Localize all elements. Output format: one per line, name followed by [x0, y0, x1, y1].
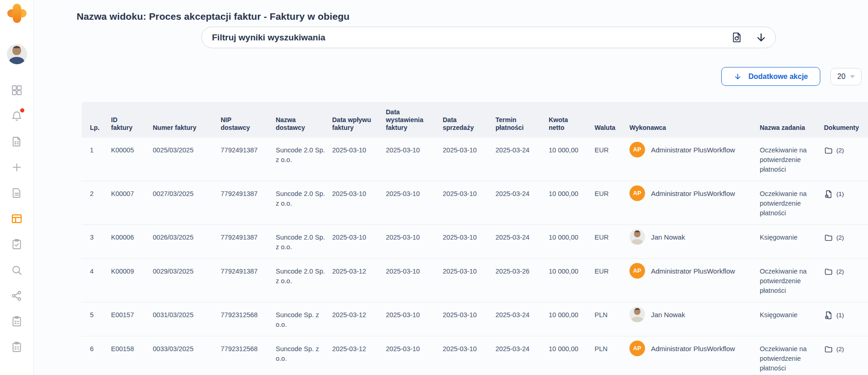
cell-sale-date: 2025-03-10: [443, 138, 495, 181]
cell-task-name: Oczekiwanie na potwierdzenie płatności: [760, 259, 824, 302]
search-icon: [11, 264, 23, 276]
filter-bar: [201, 27, 776, 48]
sidebar-item-dashboard[interactable]: [11, 84, 23, 96]
page-title: Nazwa widoku: Proces akceptacji faktur -…: [77, 11, 868, 22]
cell-supplier: Suncode Sp. z o.o.: [276, 302, 332, 336]
executor-initials-avatar: AP: [629, 142, 645, 157]
cell-receipt-date: 2025-03-10: [332, 138, 386, 181]
cell-sale-date: 2025-03-10: [443, 336, 495, 375]
column-header: Termin płatności: [495, 102, 549, 138]
filter-input[interactable]: [212, 33, 731, 43]
cell-currency: EUR: [595, 225, 629, 259]
sidebar-item-share[interactable]: [11, 289, 23, 302]
cell-nip: 7792491387: [221, 138, 276, 181]
cell-supplier: Suncode 2.0 Sp. z o.o.: [276, 225, 332, 259]
clipboard-check-icon: [11, 238, 23, 251]
sidebar-item-archive-1[interactable]: [11, 315, 23, 328]
cell-invoice-id: K00005: [111, 138, 153, 181]
plusworkflow-logo[interactable]: [7, 4, 27, 23]
cell-currency: EUR: [595, 259, 629, 302]
cell-invoice-id: K00006: [111, 225, 153, 259]
cell-due-date: 2025-03-26: [495, 259, 549, 302]
cell-documents[interactable]: (2): [824, 259, 868, 302]
cell-lp: 2: [82, 181, 111, 225]
sidebar-item-notifications[interactable]: [11, 109, 23, 122]
documents-count: (2): [836, 146, 844, 155]
cell-task-name: Oczekiwanie na potwierdzenie płatności: [760, 138, 824, 181]
cell-invoice-id: K00007: [111, 181, 153, 225]
cell-net-amount: 10 000,00: [549, 181, 595, 225]
cell-net-amount: 10 000,00: [549, 225, 595, 259]
executor-name: Administrator PlusWorkflow: [651, 189, 735, 198]
cell-lp: 6: [82, 336, 111, 375]
cell-lp: 1: [82, 138, 111, 181]
task-document-icon: [11, 135, 23, 148]
cell-task-name: Oczekiwanie na potwierdzenie płatności: [760, 181, 824, 225]
cell-executor: AP Administrator PlusWorkflow: [629, 138, 760, 181]
page-size-value: 20: [837, 73, 846, 81]
cell-currency: EUR: [595, 138, 629, 181]
cell-supplier: Suncode 2.0 Sp. z o.o.: [276, 259, 332, 302]
cell-due-date: 2025-03-24: [495, 336, 549, 375]
user-avatar[interactable]: [7, 44, 27, 64]
executor-photo-avatar: [629, 229, 645, 245]
column-header: Data wpływu faktury: [332, 102, 386, 138]
dashboard-grid-icon: [11, 84, 23, 96]
column-header: Lp.: [82, 102, 111, 138]
table-row[interactable]: 2 K00007 0027/03/2025 7792491387 Suncode…: [82, 181, 868, 225]
cell-lp: 3: [82, 225, 111, 259]
table-row[interactable]: 1 K00005 0025/03/2025 7792491387 Suncode…: [82, 138, 868, 181]
cell-due-date: 2025-03-24: [495, 138, 549, 181]
cell-task-name: Oczekiwanie na potwierdzenie płatności: [760, 336, 824, 375]
sidebar-item-search[interactable]: [11, 263, 23, 276]
column-header: ID faktury: [111, 102, 153, 138]
table-row[interactable]: 6 E00158 0033/03/2025 7792312568 Suncode…: [82, 336, 868, 375]
page-size-select[interactable]: 20: [830, 68, 862, 85]
cell-receipt-date: 2025-03-12: [332, 336, 386, 375]
sidebar-item-documents[interactable]: [11, 186, 23, 199]
cell-receipt-date: 2025-03-12: [332, 259, 386, 302]
document-refresh-icon[interactable]: [731, 31, 743, 44]
sidebar-item-archive-2[interactable]: [11, 341, 23, 353]
cell-invoice-number: 0025/03/2025: [153, 138, 221, 181]
plus-icon: [11, 161, 23, 174]
more-actions-button[interactable]: Dodatkowe akcje: [721, 67, 820, 86]
cell-documents[interactable]: (2): [824, 138, 868, 181]
sidebar-item-views[interactable]: [11, 212, 23, 225]
table-row[interactable]: 4 K00009 0029/03/2025 7792491387 Suncode…: [82, 259, 868, 302]
column-header: Wykonawca: [629, 102, 760, 138]
sidebar-item-tasks[interactable]: [11, 238, 23, 251]
executor-name: Administrator PlusWorkflow: [651, 344, 735, 353]
executor-name: Administrator PlusWorkflow: [651, 145, 735, 155]
cell-receipt-date: 2025-03-10: [332, 181, 386, 225]
table-row[interactable]: 3 K00006 0026/03/2025 7792491387 Suncode…: [82, 225, 868, 259]
cell-executor: AP Administrator PlusWorkflow: [629, 259, 760, 302]
notification-badge: [20, 108, 24, 112]
arrow-down-icon[interactable]: [755, 32, 767, 44]
folder-icon: [824, 233, 833, 242]
cell-nip: 7792491387: [221, 225, 276, 259]
cell-executor: AP Administrator PlusWorkflow: [629, 336, 760, 375]
cell-task-name: Księgowanie: [760, 302, 824, 336]
cell-supplier: Suncode Sp. z o.o.: [276, 336, 332, 375]
cell-issue-date: 2025-03-10: [386, 336, 443, 375]
cell-currency: EUR: [595, 181, 629, 225]
cell-invoice-number: 0029/03/2025: [153, 259, 221, 302]
column-header: Waluta: [595, 102, 629, 138]
cell-task-name: Księgowanie: [760, 225, 824, 259]
column-header: Nazwa zadania: [760, 102, 824, 138]
invoice-table: Lp.ID fakturyNumer fakturyNIP dostawcyNa…: [82, 102, 863, 375]
sidebar-item-task-document[interactable]: [11, 135, 23, 148]
cell-supplier: Suncode 2.0 Sp. z o.o.: [276, 138, 332, 181]
cell-documents[interactable]: (2): [824, 336, 868, 375]
document-clock-icon: [824, 311, 833, 320]
table-row[interactable]: 5 E00157 0031/03/2025 7792312568 Suncode…: [82, 302, 868, 336]
cell-documents[interactable]: (1): [824, 302, 868, 336]
executor-initials-avatar: AP: [629, 263, 645, 279]
documents-count: (1): [836, 310, 844, 320]
cell-executor: AP Administrator PlusWorkflow: [629, 181, 760, 225]
cell-documents[interactable]: (2): [824, 225, 868, 259]
cell-documents[interactable]: (1): [824, 181, 868, 225]
more-actions-label: Dodatkowe akcje: [748, 73, 808, 81]
sidebar-item-new-process[interactable]: [11, 161, 23, 174]
